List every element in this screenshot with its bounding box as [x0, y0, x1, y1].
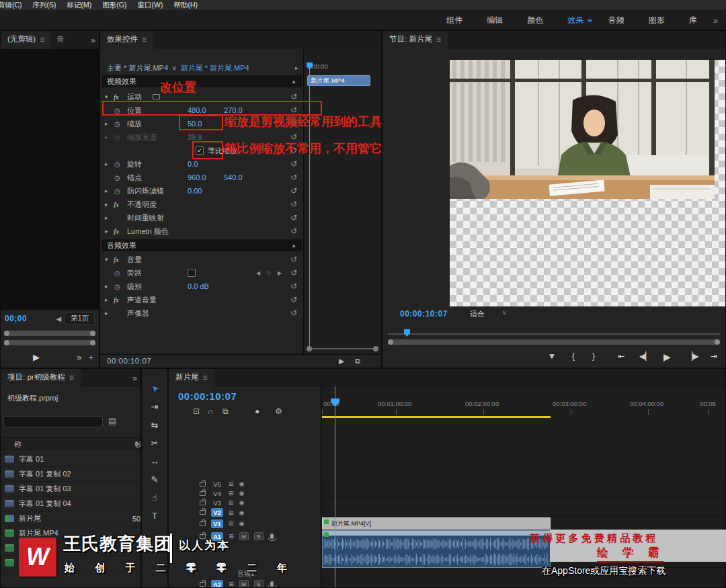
next-keyframe-icon[interactable]: ▶ — [278, 270, 282, 276]
project-item[interactable]: 字幕 01 复制 02 — [1, 467, 140, 482]
project-file-name[interactable]: 初级教程.prproj — [7, 393, 58, 403]
reset-icon[interactable]: ↺ — [290, 226, 297, 236]
expand-right-icon[interactable]: ▸ — [105, 187, 108, 194]
effect-group-time-remap[interactable]: ▸ 时间重映射 ↺ — [100, 211, 303, 224]
reset-icon[interactable]: ↺ — [290, 255, 297, 264]
source-monitor-tab-2[interactable]: 音 — [51, 34, 66, 44]
fx-badge-icon[interactable]: fx — [114, 93, 119, 101]
stopwatch-icon[interactable]: ◷ — [114, 187, 120, 195]
project-item-video[interactable] — [1, 556, 140, 571]
ripple-edit-tool-icon[interactable]: ⇆ — [142, 420, 167, 430]
workspace-tab-assembly[interactable]: 组件 — [434, 15, 475, 26]
collapse-icon[interactable]: ▲ — [291, 243, 296, 249]
sync-lock-icon[interactable]: ⊞ — [229, 509, 234, 516]
level-value[interactable]: 0.0 dB — [188, 282, 209, 290]
project-item[interactable]: 字幕 01 复制 04 — [1, 497, 140, 511]
project-item[interactable]: 字幕 01 — [1, 452, 140, 467]
program-scrollbar[interactable] — [388, 339, 720, 345]
track-name[interactable]: A1 — [211, 532, 223, 541]
reset-icon[interactable]: ↺ — [290, 92, 297, 101]
panel-menu-icon[interactable]: ≡ — [203, 373, 208, 382]
go-to-in-icon[interactable]: ⇤ — [618, 351, 624, 361]
fx-badge-icon[interactable]: fx — [114, 255, 119, 263]
workspace-tab-color[interactable]: 颜色 — [515, 15, 555, 26]
type-tool-icon[interactable]: T — [142, 511, 167, 521]
export-frame-icon[interactable]: ⧉ — [355, 357, 360, 366]
project-search-input[interactable] — [3, 416, 103, 427]
list-view-icon[interactable]: ▤ — [108, 416, 116, 426]
fx-badge-icon[interactable]: fx — [114, 296, 119, 304]
workspace-menu-icon[interactable]: ≡ — [588, 16, 592, 24]
panel-menu-icon[interactable]: ≡ — [142, 35, 147, 44]
mark-out-icon[interactable]: } — [592, 351, 595, 361]
play-icon[interactable]: ▶ — [33, 352, 40, 362]
column-frame[interactable]: 帧 — [135, 439, 141, 450]
track-lock-icon[interactable] — [200, 482, 206, 487]
effect-group-lumetri[interactable]: ▸ fx Lumetri 颜色 ↺ — [100, 224, 303, 238]
effect-row-uniform-scale[interactable]: ✓ 等比缩放 ↺ — [100, 144, 303, 157]
reset-icon[interactable]: ↺ — [290, 282, 297, 291]
sync-lock-icon[interactable]: ⊞ — [229, 490, 234, 497]
scale-value[interactable]: 50.0 — [188, 120, 202, 128]
anchor-y-value[interactable]: 540.0 — [224, 173, 243, 181]
menu-help[interactable]: 帮助(H) — [173, 1, 198, 10]
nest-toggle-icon[interactable]: ⊡ — [193, 407, 200, 416]
track-lock-icon[interactable] — [200, 521, 206, 526]
track-name[interactable]: V3 — [211, 499, 223, 507]
panel-overflow-icon[interactable]: » — [132, 373, 137, 383]
track-select-tool-icon[interactable]: ⇥ — [142, 402, 167, 412]
add-keyframe-icon[interactable]: ○ — [267, 269, 270, 276]
effect-group-motion[interactable]: ▾ fx 运动 ↺ — [100, 90, 303, 103]
voiceover-mic-icon[interactable] — [270, 534, 274, 539]
column-name[interactable]: 称 — [14, 439, 22, 450]
effect-row-scale[interactable]: ▸ ◷ 缩放 50.0 ↺ — [100, 117, 303, 130]
prev-page-icon[interactable]: ◀ — [56, 315, 61, 323]
go-to-out-icon[interactable]: ⇥ — [711, 351, 717, 361]
menu-clip[interactable]: 剪辑(C) — [0, 1, 22, 10]
track-name[interactable]: V4 — [211, 489, 223, 498]
timeline-playhead-line[interactable] — [335, 386, 335, 587]
button-overflow-icon[interactable]: » — [77, 352, 81, 362]
track-name[interactable]: A2 — [211, 580, 223, 588]
effect-row-rotation[interactable]: ▸ ◷ 旋转 0.0 ↺ — [100, 157, 303, 171]
reset-icon[interactable]: ↺ — [290, 106, 297, 115]
menu-window[interactable]: 窗口(W) — [138, 1, 163, 10]
mute-button[interactable]: M — [239, 532, 249, 540]
sync-lock-icon[interactable]: ⊞ — [229, 533, 234, 540]
effect-controls-timecode[interactable]: 00:00:10:07 — [107, 357, 151, 365]
effect-row-bypass[interactable]: ◷ 旁路 ◀ ○ ▶ ↺ — [100, 266, 303, 280]
reset-icon[interactable]: ↺ — [290, 119, 297, 128]
program-monitor-tab[interactable]: 节目: 新片尾 ≡ — [382, 31, 448, 48]
selection-tool-icon[interactable]: ➤ — [142, 384, 167, 394]
audio-clip[interactable] — [322, 530, 551, 568]
track-eye-icon[interactable]: ◉ — [239, 480, 245, 487]
snap-icon[interactable]: ∩ — [208, 407, 214, 416]
expand-down-icon[interactable]: ▾ — [105, 93, 108, 100]
track-header-v1[interactable]: V1 ⊞ ◉ — [200, 518, 244, 529]
track-header-a1[interactable]: A1 ⊞ M S — [200, 532, 274, 541]
workspace-tab-libraries[interactable]: 库 — [677, 15, 709, 26]
workspace-tab-editing[interactable]: 编辑 — [475, 15, 515, 26]
sync-lock-icon[interactable]: ⊞ — [229, 581, 234, 587]
stopwatch-icon[interactable]: ◷ — [114, 161, 120, 168]
expand-right-icon[interactable]: ▸ — [295, 65, 298, 71]
project-item-video[interactable]: 新片尾.MP4 — [1, 526, 140, 541]
reset-icon[interactable]: ↺ — [290, 295, 297, 304]
effect-controls-tab[interactable]: 效果控件 ≡ — [100, 31, 153, 48]
workspace-overflow-icon[interactable]: » — [709, 15, 722, 26]
solo-button[interactable]: S — [254, 532, 264, 540]
track-eye-icon[interactable]: ◉ — [239, 520, 245, 527]
expand-right-icon[interactable]: ▸ — [105, 296, 108, 303]
keyframe-timeline[interactable]: 00:00 新片尾.MP4 — [303, 49, 382, 354]
program-seek-bar[interactable] — [388, 329, 720, 337]
reset-icon[interactable]: ↺ — [290, 186, 297, 196]
track-lock-icon[interactable] — [200, 534, 206, 539]
track-header-a2[interactable]: A2 ⊞ M S — [200, 579, 274, 588]
prev-keyframe-icon[interactable]: ◀ — [256, 270, 260, 276]
mute-button[interactable]: M — [239, 580, 249, 588]
menu-markers[interactable]: 标记(M) — [67, 1, 92, 10]
anchor-x-value[interactable]: 960.0 — [188, 173, 206, 181]
page-indicator[interactable]: 第1页 — [65, 312, 95, 325]
expand-right-icon[interactable]: ▸ — [105, 161, 108, 167]
effect-row-level[interactable]: ▸ ◷ 级别 0.0 dB ↺ — [100, 280, 303, 293]
